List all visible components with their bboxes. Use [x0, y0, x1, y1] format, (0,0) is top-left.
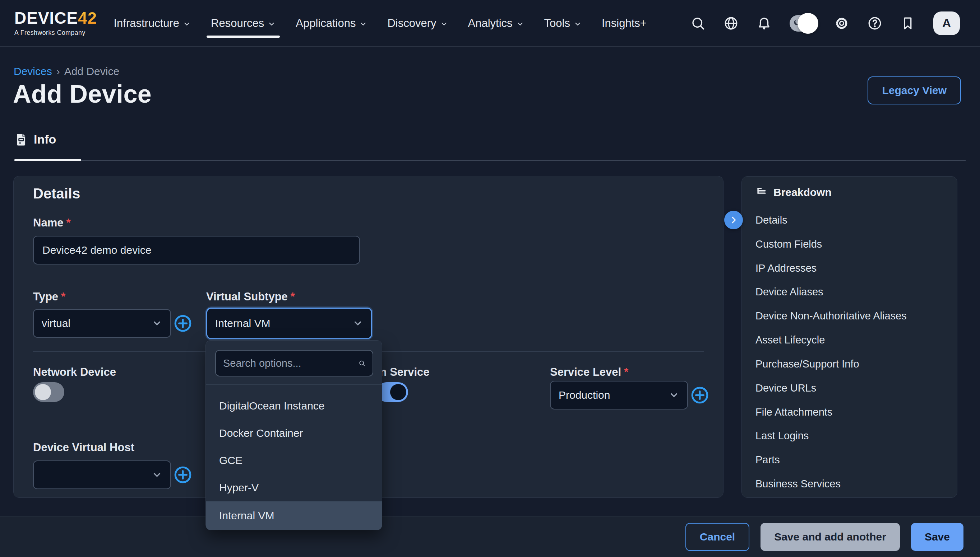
chevron-down-icon [574, 20, 581, 28]
network-device-toggle[interactable] [33, 382, 64, 402]
breadcrumb-devices-link[interactable]: Devices [14, 65, 52, 78]
sidebar-collapse-button[interactable] [724, 211, 743, 229]
chevron-down-icon [183, 20, 191, 28]
chevron-down-icon [152, 318, 162, 329]
option-digitalocean-instance[interactable]: DigitalOcean Instance [206, 392, 382, 420]
bookmark-icon[interactable] [900, 16, 915, 31]
nav-item-tools[interactable]: Tools [544, 0, 581, 46]
type-select[interactable]: virtual [33, 309, 171, 338]
breakdown-item-purchase-support-info[interactable]: Purchase/Support Info [742, 352, 957, 376]
virtual-subtype-dropdown: DigitalOcean Instance Docker Container G… [206, 340, 382, 530]
footer-action-bar: Cancel Save and add another Save [0, 516, 980, 557]
nav-item-applications[interactable]: Applications [296, 0, 367, 46]
save-and-add-another-button[interactable]: Save and add another [761, 523, 900, 551]
help-icon[interactable] [867, 16, 882, 31]
chevron-down-icon [152, 469, 162, 480]
in-service-label: In Service [377, 366, 429, 379]
header-actions: A [691, 11, 980, 35]
breakdown-item-device-non-authoritative-aliases[interactable]: Device Non-Authoritative Aliases [742, 304, 957, 328]
chevron-down-icon [268, 20, 276, 28]
search-icon [359, 357, 365, 369]
breakdown-item-parts[interactable]: Parts [742, 448, 957, 472]
add-device-virtual-host-button[interactable] [174, 466, 192, 484]
section-title: Details [33, 186, 80, 202]
user-avatar[interactable]: A [933, 11, 960, 35]
bell-icon[interactable] [756, 16, 772, 31]
device-virtual-host-label: Device Virtual Host [33, 441, 134, 454]
breadcrumb-separator: › [56, 65, 60, 78]
breakdown-item-file-attachments[interactable]: File Attachments [742, 400, 957, 424]
chevron-down-icon [353, 318, 363, 329]
brand-name-accent: 42 [78, 10, 97, 26]
tab-info-label: Info [34, 132, 56, 147]
toggle-knob [35, 384, 51, 400]
breakdown-item-custom-fields[interactable]: Custom Fields [742, 232, 957, 256]
dropdown-options: DigitalOcean Instance Docker Container G… [206, 392, 382, 530]
tab-bar-divider [15, 160, 965, 161]
service-level-select[interactable]: Production [550, 381, 688, 409]
tab-active-underline [15, 159, 81, 161]
breadcrumb: Devices › Add Device [14, 65, 119, 78]
globe-icon[interactable] [724, 16, 738, 31]
option-docker-container[interactable]: Docker Container [206, 420, 382, 447]
add-type-button[interactable] [174, 314, 192, 332]
save-button[interactable]: Save [911, 523, 964, 551]
device-virtual-host-select[interactable] [33, 461, 171, 489]
breakdown-item-ip-addresses[interactable]: IP Addresses [742, 256, 957, 280]
legacy-view-button[interactable]: Legacy View [867, 77, 961, 104]
nav-item-resources[interactable]: Resources [211, 0, 276, 46]
chevron-down-icon [516, 20, 524, 28]
chevron-down-icon [668, 390, 679, 401]
nav-item-insights[interactable]: Insights+ [602, 0, 647, 46]
top-navigation: DEVICE 42 A Freshworks Company Infrastru… [0, 0, 980, 47]
dropdown-divider [206, 384, 382, 385]
breadcrumb-current: Add Device [64, 65, 119, 78]
nav-item-infrastructure[interactable]: Infrastructure [114, 0, 191, 46]
virtual-subtype-select[interactable]: Internal VM [206, 308, 372, 339]
add-service-level-button[interactable] [691, 386, 709, 404]
chevron-right-icon [729, 215, 738, 225]
search-icon[interactable] [691, 16, 706, 31]
chevron-down-icon [359, 20, 367, 28]
toggle-knob [797, 13, 818, 34]
option-hyper-v[interactable]: Hyper-V [206, 474, 382, 502]
brand-logo[interactable]: DEVICE 42 A Freshworks Company [15, 10, 97, 37]
name-input[interactable] [33, 236, 360, 264]
chevron-down-icon [440, 20, 448, 28]
breakdown-items: Details Custom Fields IP Addresses Devic… [742, 208, 957, 496]
breakdown-item-last-logins[interactable]: Last Logins [742, 424, 957, 448]
nav-item-discovery[interactable]: Discovery [387, 0, 448, 46]
row-divider [33, 274, 704, 274]
dropdown-search-input[interactable] [223, 357, 359, 369]
breakdown-item-business-services[interactable]: Business Services [742, 472, 957, 496]
virtual-subtype-label: Virtual Subtype* [206, 290, 295, 303]
name-label: Name* [33, 217, 71, 229]
document-icon [15, 132, 28, 147]
main-menu: Infrastructure Resources Applications Di… [114, 0, 646, 46]
breakdown-item-details[interactable]: Details [742, 208, 957, 232]
page-title: Add Device [13, 80, 152, 108]
tree-list-icon [755, 186, 768, 199]
type-label: Type* [33, 290, 65, 303]
gear-icon[interactable] [834, 16, 849, 31]
nav-item-analytics[interactable]: Analytics [468, 0, 524, 46]
theme-toggle[interactable] [790, 15, 816, 32]
toggle-knob [390, 384, 406, 400]
option-internal-vm[interactable]: Internal VM [206, 502, 382, 530]
option-gce[interactable]: GCE [206, 447, 382, 474]
breakdown-item-device-aliases[interactable]: Device Aliases [742, 280, 957, 304]
tab-info[interactable]: Info [15, 132, 56, 147]
breakdown-header: Breakdown [742, 177, 957, 208]
brand-name: DEVICE [15, 10, 78, 26]
brand-tagline: A Freshworks Company [15, 29, 97, 37]
dropdown-search [215, 350, 373, 376]
cancel-button[interactable]: Cancel [685, 523, 750, 551]
breakdown-sidebar: Breakdown Details Custom Fields IP Addre… [742, 176, 957, 498]
service-level-label: Service Level* [550, 366, 628, 379]
network-device-label: Network Device [33, 366, 116, 379]
breakdown-item-device-urls[interactable]: Device URLs [742, 376, 957, 400]
breakdown-item-asset-lifecycle[interactable]: Asset Lifecycle [742, 328, 957, 352]
